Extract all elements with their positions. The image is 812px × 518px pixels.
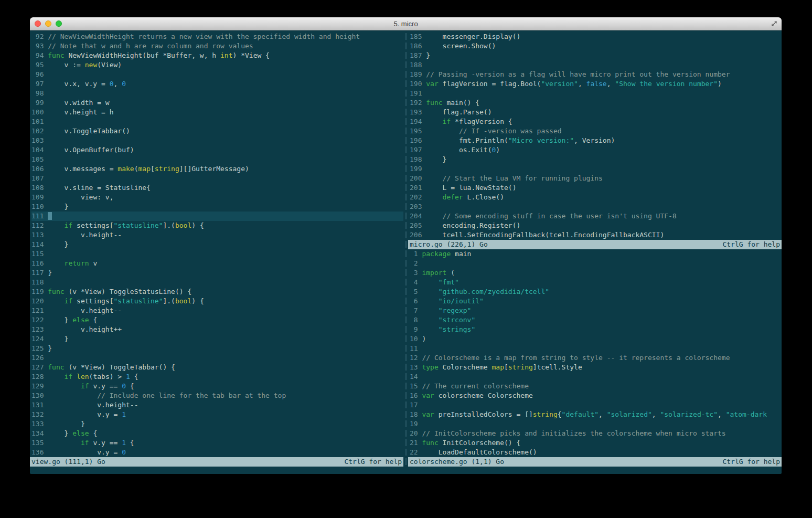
traffic-lights xyxy=(35,17,62,30)
code-line: 136 v.y = 0 xyxy=(31,448,403,457)
code-line: 193 flag.Parse() xyxy=(410,108,782,117)
editor-pane-colorscheme-go[interactable]: 1package main23import (4 "fmt"5 "github.… xyxy=(408,249,782,457)
line-number: 122 xyxy=(31,315,44,325)
code-text: } xyxy=(48,334,68,344)
code-text: "strings" xyxy=(422,325,475,334)
code-line: 9 "strings" xyxy=(410,325,782,334)
line-number: 127 xyxy=(31,363,44,372)
line-number: 20 xyxy=(410,429,418,438)
line-number: 134 xyxy=(31,429,44,438)
code-line: 204 // Some encoding stuff in case the u… xyxy=(410,212,782,221)
fullscreen-icon[interactable] xyxy=(771,20,778,27)
line-number: 121 xyxy=(31,306,44,315)
code-text: if len(tabs) > 1 { xyxy=(48,372,138,382)
line-number: 6 xyxy=(410,297,418,306)
line-number: 115 xyxy=(31,249,44,259)
code-text: } xyxy=(48,202,68,212)
line-number: 199 xyxy=(410,164,422,174)
line-number: 126 xyxy=(31,353,44,363)
line-number: 136 xyxy=(31,448,44,457)
code-line: 102 v.ToggleTabbar() xyxy=(31,126,403,136)
code-text: import ( xyxy=(422,268,455,278)
code-text: var preInstalledColors = []string{"defau… xyxy=(422,410,767,419)
code-line: 131 v.height-- xyxy=(31,400,403,410)
line-number: 206 xyxy=(410,230,422,240)
statusbar-file-info: colorscheme.go (1,1) Go xyxy=(410,457,504,467)
code-line: 122 } else { xyxy=(31,315,403,325)
close-button[interactable] xyxy=(35,20,41,27)
code-line: 6 "io/ioutil" xyxy=(410,297,782,306)
minimize-button[interactable] xyxy=(45,20,51,27)
editor-pane-micro-go[interactable]: 185 messenger.Display()186 screen.Show()… xyxy=(408,32,782,240)
code-line: 129 if v.y == 0 { xyxy=(31,382,403,391)
code-line: 105 xyxy=(31,155,403,164)
code-text: } else { xyxy=(48,429,97,438)
code-line: 121 v.height-- xyxy=(31,306,403,315)
code-text: v.y = 1 xyxy=(48,410,126,419)
code-line: 198 } xyxy=(410,155,782,164)
code-text: // Start the Lua VM for running plugins xyxy=(426,174,603,183)
line-number: 22 xyxy=(410,448,418,457)
code-line: 106 v.messages = make(map[string][]Gutte… xyxy=(31,164,403,174)
editor-pane-view-go[interactable]: 92// NewViewWidthHeight returns a new vi… xyxy=(30,32,403,457)
code-text: func NewViewWidthHeight(buf *Buffer, w, … xyxy=(48,51,270,60)
code-line: 120 if settings["statusline"].(bool) { xyxy=(31,297,403,306)
code-line: 115 xyxy=(31,249,403,259)
code-line: 11 xyxy=(410,344,782,353)
code-text: if settings["statusline"].(bool) { xyxy=(48,221,204,230)
code-line: 118 xyxy=(31,278,403,287)
editor-split-right: 185 messenger.Display()186 screen.Show()… xyxy=(408,32,782,467)
code-line: 20// InitColorscheme picks and initializ… xyxy=(410,429,782,438)
code-text: // InitColorscheme picks and initializes… xyxy=(422,429,725,438)
code-line: 108 v.sline = Statusline{ xyxy=(31,183,403,193)
line-number: 10 xyxy=(410,334,418,344)
code-line: 109 view: v, xyxy=(31,193,403,202)
line-number: 109 xyxy=(31,193,44,202)
pane-divider xyxy=(403,32,408,467)
code-text: // Include one line for the tab bar at t… xyxy=(48,391,286,400)
line-number: 203 xyxy=(410,202,422,212)
window-title: 5. micro xyxy=(393,20,418,28)
code-line: 200 // Start the Lua VM for running plug… xyxy=(410,174,782,183)
code-text: v.width = w xyxy=(48,98,109,108)
code-text: "regexp" xyxy=(422,306,471,315)
code-line: 206 tcell.SetEncodingFallback(tcell.Enco… xyxy=(410,230,782,240)
statusbar-micro-go: micro.go (226,1) Go CtrlG for help xyxy=(408,240,782,249)
code-text: ) xyxy=(422,334,426,344)
code-text: v.ToggleTabbar() xyxy=(48,126,130,136)
code-text: func InitColorscheme() { xyxy=(422,438,520,448)
code-line: 195 // If -version was passed xyxy=(410,126,782,136)
code-text: "strconv" xyxy=(422,315,475,325)
line-number: 100 xyxy=(31,108,44,117)
code-line: 104 v.OpenBuffer(buf) xyxy=(31,145,403,155)
zoom-button[interactable] xyxy=(56,20,62,27)
line-number: 97 xyxy=(31,79,44,89)
line-number: 110 xyxy=(31,202,44,212)
code-text: // Colorscheme is a map from string to s… xyxy=(422,353,730,363)
line-number: 189 xyxy=(410,70,422,79)
line-number: 105 xyxy=(31,155,44,164)
code-text: L = lua.NewState() xyxy=(426,183,516,193)
code-text: type Colorscheme map[string]tcell.Style xyxy=(422,363,582,372)
editor-split-left: 92// NewViewWidthHeight returns a new vi… xyxy=(30,32,403,467)
code-text: } xyxy=(426,51,430,60)
code-line: 95 v := new(View) xyxy=(31,60,403,70)
code-line: 97 v.x, v.y = 0, 0 xyxy=(31,79,403,89)
code-line: 187} xyxy=(410,51,782,60)
line-number: 16 xyxy=(410,391,418,400)
code-line: 7 "regexp" xyxy=(410,306,782,315)
code-line: 17 xyxy=(410,400,782,410)
code-text: defer L.Close() xyxy=(426,193,504,202)
code-text: v.sline = Statusline{ xyxy=(48,183,151,193)
code-line: 111 xyxy=(31,212,403,221)
line-number: 99 xyxy=(31,98,44,108)
line-number: 8 xyxy=(410,315,418,325)
window-titlebar[interactable]: 5. micro xyxy=(30,17,782,30)
code-text: } xyxy=(426,155,446,164)
code-text: messenger.Display() xyxy=(426,32,520,41)
text-cursor xyxy=(48,212,52,220)
line-number: 193 xyxy=(410,108,422,117)
line-number: 2 xyxy=(410,259,418,268)
code-line: 99 v.width = w xyxy=(31,98,403,108)
code-text: v.height-- xyxy=(48,306,122,315)
